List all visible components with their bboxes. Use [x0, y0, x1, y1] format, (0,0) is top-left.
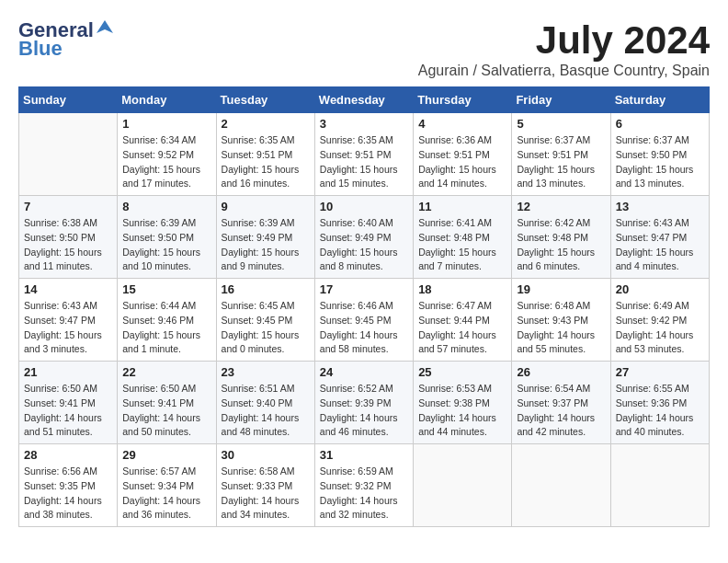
day-info: Sunrise: 6:58 AMSunset: 9:33 PMDaylight:…	[222, 465, 310, 523]
logo-bird-icon	[95, 18, 115, 39]
calendar-cell: 5Sunrise: 6:37 AMSunset: 9:51 PMDaylight…	[512, 113, 610, 196]
calendar-cell: 29Sunrise: 6:57 AMSunset: 9:34 PMDayligh…	[118, 444, 216, 527]
calendar-cell: 17Sunrise: 6:46 AMSunset: 9:45 PMDayligh…	[314, 279, 413, 362]
calendar-cell: 25Sunrise: 6:53 AMSunset: 9:38 PMDayligh…	[414, 362, 512, 444]
day-info: Sunrise: 6:36 AMSunset: 9:51 PMDaylight:…	[418, 133, 506, 191]
day-number: 17	[320, 282, 408, 296]
calendar-cell	[19, 113, 118, 196]
weekday-header-tuesday: Tuesday	[216, 87, 314, 113]
weekday-header-sunday: Sunday	[19, 87, 118, 113]
calendar-cell: 9Sunrise: 6:39 AMSunset: 9:49 PMDaylight…	[216, 196, 314, 279]
day-number: 4	[418, 117, 506, 131]
logo-blue: Blue	[18, 37, 63, 61]
day-number: 27	[616, 365, 704, 379]
weekday-header-row: SundayMondayTuesdayWednesdayThursdayFrid…	[19, 87, 710, 113]
day-info: Sunrise: 6:44 AMSunset: 9:46 PMDaylight:…	[122, 299, 210, 357]
calendar-cell: 18Sunrise: 6:47 AMSunset: 9:44 PMDayligh…	[414, 279, 512, 362]
day-info: Sunrise: 6:52 AMSunset: 9:39 PMDaylight:…	[320, 382, 408, 440]
day-info: Sunrise: 6:50 AMSunset: 9:41 PMDaylight:…	[122, 382, 210, 440]
calendar-cell: 22Sunrise: 6:50 AMSunset: 9:41 PMDayligh…	[118, 362, 216, 444]
day-info: Sunrise: 6:49 AMSunset: 9:42 PMDaylight:…	[616, 299, 704, 357]
calendar-cell: 12Sunrise: 6:42 AMSunset: 9:48 PMDayligh…	[512, 196, 610, 279]
day-number: 6	[616, 117, 704, 131]
day-info: Sunrise: 6:37 AMSunset: 9:50 PMDaylight:…	[616, 133, 704, 191]
weekday-header-friday: Friday	[512, 87, 610, 113]
day-number: 29	[122, 448, 210, 462]
day-number: 30	[222, 448, 310, 462]
day-number: 7	[24, 200, 112, 213]
day-info: Sunrise: 6:38 AMSunset: 9:50 PMDaylight:…	[24, 216, 112, 274]
header: General Blue July 2024 Agurain / Salvati…	[18, 18, 710, 79]
calendar-cell: 20Sunrise: 6:49 AMSunset: 9:42 PMDayligh…	[610, 279, 709, 362]
day-number: 8	[122, 200, 210, 213]
day-info: Sunrise: 6:56 AMSunset: 9:35 PMDaylight:…	[24, 465, 112, 523]
weekday-header-saturday: Saturday	[610, 87, 709, 113]
calendar-table: SundayMondayTuesdayWednesdayThursdayFrid…	[18, 86, 710, 527]
weekday-header-monday: Monday	[118, 87, 216, 113]
day-number: 2	[222, 117, 310, 131]
svg-marker-0	[97, 20, 113, 33]
calendar-cell: 27Sunrise: 6:55 AMSunset: 9:36 PMDayligh…	[610, 362, 709, 444]
calendar-cell: 23Sunrise: 6:51 AMSunset: 9:40 PMDayligh…	[216, 362, 314, 444]
day-number: 1	[122, 117, 210, 131]
day-number: 26	[517, 365, 605, 379]
calendar-cell: 15Sunrise: 6:44 AMSunset: 9:46 PMDayligh…	[118, 279, 216, 362]
calendar-cell: 8Sunrise: 6:39 AMSunset: 9:50 PMDaylight…	[118, 196, 216, 279]
calendar-cell: 16Sunrise: 6:45 AMSunset: 9:45 PMDayligh…	[216, 279, 314, 362]
day-info: Sunrise: 6:55 AMSunset: 9:36 PMDaylight:…	[616, 382, 704, 440]
calendar-cell: 3Sunrise: 6:35 AMSunset: 9:51 PMDaylight…	[314, 113, 413, 196]
day-number: 5	[517, 117, 605, 131]
day-info: Sunrise: 6:40 AMSunset: 9:49 PMDaylight:…	[320, 216, 408, 274]
day-number: 28	[24, 448, 112, 462]
week-row-3: 14Sunrise: 6:43 AMSunset: 9:47 PMDayligh…	[19, 279, 710, 362]
day-info: Sunrise: 6:37 AMSunset: 9:51 PMDaylight:…	[517, 133, 605, 191]
day-number: 24	[320, 365, 408, 379]
page-title: July 2024	[418, 18, 710, 63]
week-row-2: 7Sunrise: 6:38 AMSunset: 9:50 PMDaylight…	[19, 196, 710, 279]
location-subtitle: Agurain / Salvatierra, Basque Country, S…	[418, 63, 710, 79]
day-info: Sunrise: 6:57 AMSunset: 9:34 PMDaylight:…	[122, 465, 210, 523]
week-row-5: 28Sunrise: 6:56 AMSunset: 9:35 PMDayligh…	[19, 444, 710, 527]
day-info: Sunrise: 6:43 AMSunset: 9:47 PMDaylight:…	[616, 216, 704, 274]
day-number: 18	[418, 282, 506, 296]
day-info: Sunrise: 6:35 AMSunset: 9:51 PMDaylight:…	[320, 133, 408, 191]
week-row-1: 1Sunrise: 6:34 AMSunset: 9:52 PMDaylight…	[19, 113, 710, 196]
calendar-cell	[414, 444, 512, 527]
calendar-cell: 31Sunrise: 6:59 AMSunset: 9:32 PMDayligh…	[314, 444, 413, 527]
calendar-cell: 11Sunrise: 6:41 AMSunset: 9:48 PMDayligh…	[414, 196, 512, 279]
day-info: Sunrise: 6:45 AMSunset: 9:45 PMDaylight:…	[222, 299, 310, 357]
day-number: 3	[320, 117, 408, 131]
logo: General Blue	[18, 18, 115, 61]
week-row-4: 21Sunrise: 6:50 AMSunset: 9:41 PMDayligh…	[19, 362, 710, 444]
day-info: Sunrise: 6:34 AMSunset: 9:52 PMDaylight:…	[122, 133, 210, 191]
day-number: 9	[222, 200, 310, 213]
day-info: Sunrise: 6:48 AMSunset: 9:43 PMDaylight:…	[517, 299, 605, 357]
calendar-cell: 4Sunrise: 6:36 AMSunset: 9:51 PMDaylight…	[414, 113, 512, 196]
calendar-cell: 14Sunrise: 6:43 AMSunset: 9:47 PMDayligh…	[19, 279, 118, 362]
day-info: Sunrise: 6:53 AMSunset: 9:38 PMDaylight:…	[418, 382, 506, 440]
calendar-cell: 19Sunrise: 6:48 AMSunset: 9:43 PMDayligh…	[512, 279, 610, 362]
title-area: July 2024 Agurain / Salvatierra, Basque …	[418, 18, 710, 79]
day-number: 10	[320, 200, 408, 213]
calendar-cell: 6Sunrise: 6:37 AMSunset: 9:50 PMDaylight…	[610, 113, 709, 196]
day-number: 14	[24, 282, 112, 296]
day-number: 19	[517, 282, 605, 296]
day-info: Sunrise: 6:39 AMSunset: 9:50 PMDaylight:…	[122, 216, 210, 274]
weekday-header-wednesday: Wednesday	[314, 87, 413, 113]
calendar-cell: 10Sunrise: 6:40 AMSunset: 9:49 PMDayligh…	[314, 196, 413, 279]
calendar-cell	[610, 444, 709, 527]
day-info: Sunrise: 6:59 AMSunset: 9:32 PMDaylight:…	[320, 465, 408, 523]
day-info: Sunrise: 6:47 AMSunset: 9:44 PMDaylight:…	[418, 299, 506, 357]
day-number: 22	[122, 365, 210, 379]
calendar-cell: 24Sunrise: 6:52 AMSunset: 9:39 PMDayligh…	[314, 362, 413, 444]
calendar-cell: 21Sunrise: 6:50 AMSunset: 9:41 PMDayligh…	[19, 362, 118, 444]
calendar-cell: 26Sunrise: 6:54 AMSunset: 9:37 PMDayligh…	[512, 362, 610, 444]
day-number: 15	[122, 282, 210, 296]
calendar-cell	[512, 444, 610, 527]
day-number: 31	[320, 448, 408, 462]
day-number: 12	[517, 200, 605, 213]
day-number: 13	[616, 200, 704, 213]
day-number: 20	[616, 282, 704, 296]
day-info: Sunrise: 6:41 AMSunset: 9:48 PMDaylight:…	[418, 216, 506, 274]
day-info: Sunrise: 6:50 AMSunset: 9:41 PMDaylight:…	[24, 382, 112, 440]
